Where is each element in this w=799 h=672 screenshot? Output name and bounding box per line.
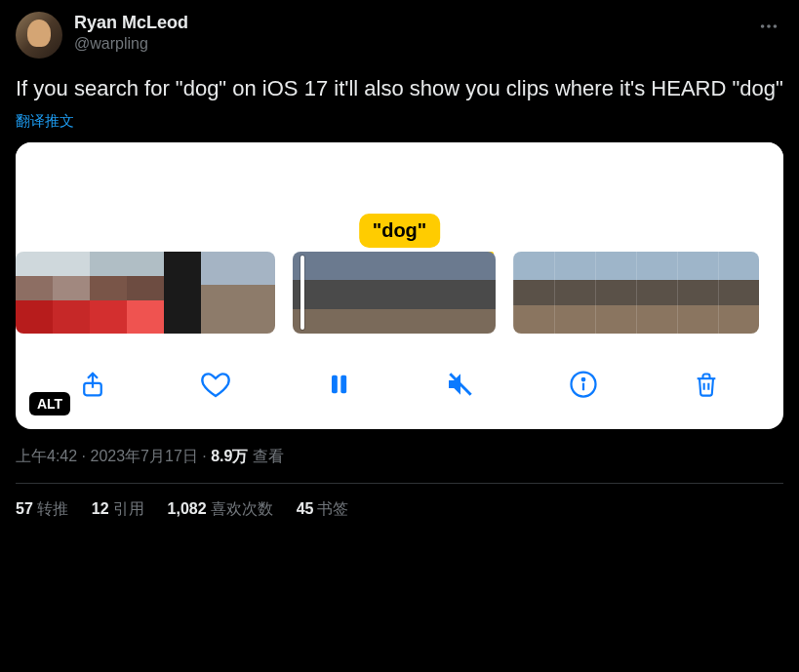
likes-stat[interactable]: 1,082喜欢次数 (168, 499, 273, 520)
media-card[interactable]: "dog" (16, 142, 783, 429)
tweet-header: Ryan McLeod @warpling (16, 12, 783, 59)
clip-frame (718, 252, 759, 334)
svg-point-8 (582, 378, 585, 381)
clip-frame (445, 252, 496, 334)
author-names[interactable]: Ryan McLeod @warpling (74, 12, 742, 55)
clip-frame (636, 252, 677, 334)
clip-frame (127, 252, 164, 334)
likes-count: 1,082 (168, 500, 207, 517)
quotes-count: 12 (92, 500, 109, 517)
heart-icon[interactable] (194, 363, 237, 406)
search-term-badge: "dog" (359, 214, 441, 248)
mute-icon[interactable] (439, 363, 482, 406)
quotes-label: 引用 (113, 500, 144, 517)
info-icon[interactable] (562, 363, 605, 406)
retweets-stat[interactable]: 57转推 (16, 499, 68, 520)
views-count: 8.9万 (211, 448, 248, 464)
svg-point-0 (761, 24, 765, 28)
likes-label: 喜欢次数 (211, 500, 273, 517)
avatar[interactable] (16, 12, 62, 59)
clip-frame (53, 252, 90, 334)
handle: @warpling (74, 34, 742, 55)
display-name: Ryan McLeod (74, 12, 742, 34)
clip-frame (90, 252, 127, 334)
clip-frame (677, 252, 718, 334)
clip-frame (16, 252, 53, 334)
date[interactable]: 2023年7月17日 (90, 448, 197, 464)
clip-frame (238, 252, 275, 334)
svg-point-1 (767, 24, 771, 28)
svg-rect-4 (332, 375, 338, 393)
tweet-text: If you search for "dog" on iOS 17 it'll … (16, 74, 783, 104)
clip-frame (201, 252, 238, 334)
bookmarks-stat[interactable]: 45书签 (297, 499, 349, 520)
sep: · (198, 448, 211, 464)
stats-row: 57转推 12引用 1,082喜欢次数 45书签 (16, 484, 783, 520)
views-label: 查看 (248, 448, 283, 464)
clip-frame (554, 252, 595, 334)
clip-frame (595, 252, 636, 334)
retweets-count: 57 (16, 500, 33, 517)
media-toolbar (16, 343, 783, 429)
pause-icon[interactable] (317, 363, 360, 406)
translate-link[interactable]: 翻译推文 (16, 112, 74, 131)
bookmarks-label: 书签 (317, 500, 348, 517)
clip-group[interactable] (513, 252, 759, 334)
time[interactable]: 上午4:42 (16, 448, 77, 464)
svg-point-2 (774, 24, 778, 28)
share-icon[interactable] (71, 363, 114, 406)
clip-frame (164, 252, 201, 334)
alt-badge[interactable]: ALT (29, 392, 70, 415)
bookmarks-count: 45 (297, 500, 314, 517)
video-timeline[interactable] (16, 252, 783, 343)
clip-frame (293, 252, 343, 334)
media-top-area: "dog" (16, 142, 783, 252)
quotes-stat[interactable]: 12引用 (92, 499, 144, 520)
svg-rect-5 (340, 375, 346, 393)
clip-group[interactable] (16, 252, 275, 334)
trash-icon[interactable] (685, 363, 728, 406)
clip-frame (513, 252, 554, 334)
tweet-container: Ryan McLeod @warpling If you search for … (0, 0, 799, 532)
clip-frame (343, 252, 394, 334)
more-options-icon[interactable] (754, 12, 783, 45)
meta-row: 上午4:42 · 2023年7月17日 · 8.9万 查看 (16, 443, 783, 484)
clip-group-active[interactable] (293, 252, 496, 334)
sep: · (77, 448, 90, 464)
retweets-label: 转推 (37, 500, 68, 517)
clip-frame (394, 252, 445, 334)
